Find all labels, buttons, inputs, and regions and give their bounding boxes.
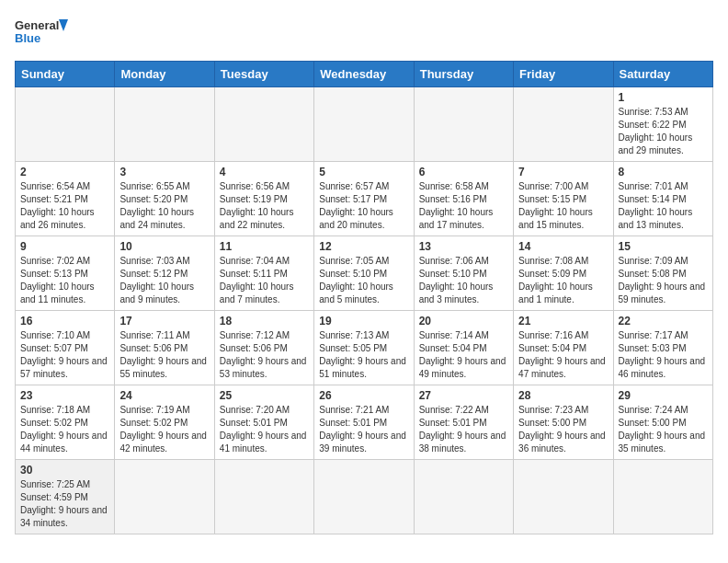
- day-info: Sunrise: 7:53 AM Sunset: 6:22 PM Dayligh…: [619, 106, 708, 157]
- day-number: 19: [319, 315, 408, 327]
- weekday-header-row: SundayMondayTuesdayWednesdayThursdayFrid…: [16, 62, 713, 87]
- day-info: Sunrise: 7:14 AM Sunset: 5:04 PM Dayligh…: [419, 329, 508, 381]
- calendar-cell: 2Sunrise: 6:54 AM Sunset: 5:21 PM Daylig…: [16, 162, 115, 236]
- day-number: 2: [20, 166, 109, 178]
- day-info: Sunrise: 7:10 AM Sunset: 5:07 PM Dayligh…: [20, 329, 109, 381]
- day-number: 5: [319, 166, 408, 178]
- day-info: Sunrise: 7:08 AM Sunset: 5:09 PM Dayligh…: [518, 255, 608, 306]
- day-info: Sunrise: 7:18 AM Sunset: 5:02 PM Dayligh…: [20, 404, 109, 455]
- calendar-cell: [314, 87, 414, 162]
- calendar-cell: 28Sunrise: 7:23 AM Sunset: 5:00 PM Dayli…: [514, 385, 613, 460]
- day-info: Sunrise: 6:54 AM Sunset: 5:21 PM Dayligh…: [20, 180, 109, 232]
- day-info: Sunrise: 7:06 AM Sunset: 5:10 PM Dayligh…: [419, 255, 508, 306]
- calendar-cell: 8Sunrise: 7:01 AM Sunset: 5:14 PM Daylig…: [613, 162, 712, 236]
- calendar-cell: 23Sunrise: 7:18 AM Sunset: 5:02 PM Dayli…: [16, 385, 115, 460]
- calendar-cell: [414, 87, 513, 162]
- calendar-cell: 25Sunrise: 7:20 AM Sunset: 5:01 PM Dayli…: [214, 385, 313, 460]
- day-number: 4: [220, 166, 309, 178]
- calendar-cell: [314, 460, 414, 534]
- day-number: 20: [419, 315, 508, 327]
- calendar-cell: 1Sunrise: 7:53 AM Sunset: 6:22 PM Daylig…: [613, 87, 712, 162]
- day-info: Sunrise: 6:55 AM Sunset: 5:20 PM Dayligh…: [119, 180, 209, 232]
- day-info: Sunrise: 7:24 AM Sunset: 5:00 PM Dayligh…: [619, 404, 708, 455]
- calendar: SundayMondayTuesdayWednesdayThursdayFrid…: [15, 61, 713, 534]
- day-info: Sunrise: 7:01 AM Sunset: 5:14 PM Dayligh…: [619, 180, 708, 232]
- generalblue-logo: General Blue: [15, 15, 70, 52]
- day-info: Sunrise: 7:03 AM Sunset: 5:12 PM Dayligh…: [119, 255, 209, 306]
- day-number: 22: [619, 315, 708, 327]
- calendar-cell: 17Sunrise: 7:11 AM Sunset: 5:06 PM Dayli…: [115, 311, 214, 385]
- calendar-cell: 30Sunrise: 7:25 AM Sunset: 4:59 PM Dayli…: [16, 460, 115, 534]
- day-info: Sunrise: 7:05 AM Sunset: 5:10 PM Dayligh…: [319, 255, 408, 306]
- day-number: 30: [20, 464, 109, 477]
- calendar-cell: [613, 460, 712, 534]
- calendar-cell: [115, 460, 214, 534]
- day-number: 14: [518, 240, 608, 253]
- calendar-cell: 16Sunrise: 7:10 AM Sunset: 5:07 PM Dayli…: [16, 311, 115, 385]
- day-info: Sunrise: 7:23 AM Sunset: 5:00 PM Dayligh…: [518, 404, 608, 455]
- weekday-header-monday: Monday: [115, 62, 214, 87]
- calendar-cell: 7Sunrise: 7:00 AM Sunset: 5:15 PM Daylig…: [514, 162, 613, 236]
- calendar-cell: 24Sunrise: 7:19 AM Sunset: 5:02 PM Dayli…: [115, 385, 214, 460]
- calendar-cell: [414, 460, 513, 534]
- weekday-header-friday: Friday: [514, 62, 613, 87]
- day-number: 23: [20, 389, 109, 402]
- calendar-cell: 11Sunrise: 7:04 AM Sunset: 5:11 PM Dayli…: [214, 236, 313, 311]
- day-number: 25: [220, 389, 309, 402]
- day-number: 15: [619, 240, 708, 253]
- day-info: Sunrise: 6:56 AM Sunset: 5:19 PM Dayligh…: [220, 180, 309, 232]
- calendar-cell: 19Sunrise: 7:13 AM Sunset: 5:05 PM Dayli…: [314, 311, 414, 385]
- day-number: 6: [419, 166, 508, 178]
- day-number: 8: [619, 166, 708, 178]
- calendar-cell: [16, 87, 115, 162]
- day-info: Sunrise: 7:16 AM Sunset: 5:04 PM Dayligh…: [518, 329, 608, 381]
- day-info: Sunrise: 7:19 AM Sunset: 5:02 PM Dayligh…: [119, 404, 209, 455]
- calendar-cell: 9Sunrise: 7:02 AM Sunset: 5:13 PM Daylig…: [16, 236, 115, 311]
- day-number: 11: [220, 240, 309, 253]
- calendar-cell: 5Sunrise: 6:57 AM Sunset: 5:17 PM Daylig…: [314, 162, 414, 236]
- weekday-header-tuesday: Tuesday: [214, 62, 313, 87]
- calendar-cell: [214, 460, 313, 534]
- calendar-cell: 27Sunrise: 7:22 AM Sunset: 5:01 PM Dayli…: [414, 385, 513, 460]
- day-info: Sunrise: 7:04 AM Sunset: 5:11 PM Dayligh…: [220, 255, 309, 306]
- calendar-week-row: 1Sunrise: 7:53 AM Sunset: 6:22 PM Daylig…: [16, 87, 713, 162]
- day-number: 29: [619, 389, 708, 402]
- calendar-cell: 18Sunrise: 7:12 AM Sunset: 5:06 PM Dayli…: [214, 311, 313, 385]
- calendar-cell: [214, 87, 313, 162]
- day-number: 21: [518, 315, 608, 327]
- calendar-cell: 29Sunrise: 7:24 AM Sunset: 5:00 PM Dayli…: [613, 385, 712, 460]
- calendar-cell: 12Sunrise: 7:05 AM Sunset: 5:10 PM Dayli…: [314, 236, 414, 311]
- calendar-cell: 22Sunrise: 7:17 AM Sunset: 5:03 PM Dayli…: [613, 311, 712, 385]
- day-number: 3: [119, 166, 209, 178]
- calendar-cell: 4Sunrise: 6:56 AM Sunset: 5:19 PM Daylig…: [214, 162, 313, 236]
- day-number: 13: [419, 240, 508, 253]
- svg-text:Blue: Blue: [15, 31, 40, 45]
- calendar-cell: [115, 87, 214, 162]
- calendar-cell: 10Sunrise: 7:03 AM Sunset: 5:12 PM Dayli…: [115, 236, 214, 311]
- calendar-week-row: 2Sunrise: 6:54 AM Sunset: 5:21 PM Daylig…: [16, 162, 713, 236]
- calendar-cell: 14Sunrise: 7:08 AM Sunset: 5:09 PM Dayli…: [514, 236, 613, 311]
- day-number: 1: [619, 91, 708, 104]
- day-info: Sunrise: 7:13 AM Sunset: 5:05 PM Dayligh…: [319, 329, 408, 381]
- calendar-cell: 21Sunrise: 7:16 AM Sunset: 5:04 PM Dayli…: [514, 311, 613, 385]
- day-info: Sunrise: 6:57 AM Sunset: 5:17 PM Dayligh…: [319, 180, 408, 232]
- weekday-header-saturday: Saturday: [613, 62, 712, 87]
- day-number: 24: [119, 389, 209, 402]
- weekday-header-wednesday: Wednesday: [314, 62, 414, 87]
- day-number: 26: [319, 389, 408, 402]
- day-number: 9: [20, 240, 109, 253]
- weekday-header-sunday: Sunday: [16, 62, 115, 87]
- day-number: 16: [20, 315, 109, 327]
- day-number: 27: [419, 389, 508, 402]
- day-number: 7: [518, 166, 608, 178]
- day-info: Sunrise: 6:58 AM Sunset: 5:16 PM Dayligh…: [419, 180, 508, 232]
- calendar-week-row: 9Sunrise: 7:02 AM Sunset: 5:13 PM Daylig…: [16, 236, 713, 311]
- day-number: 28: [518, 389, 608, 402]
- day-info: Sunrise: 7:22 AM Sunset: 5:01 PM Dayligh…: [419, 404, 508, 455]
- header: General Blue: [15, 15, 713, 52]
- calendar-week-row: 16Sunrise: 7:10 AM Sunset: 5:07 PM Dayli…: [16, 311, 713, 385]
- calendar-week-row: 23Sunrise: 7:18 AM Sunset: 5:02 PM Dayli…: [16, 385, 713, 460]
- calendar-cell: 6Sunrise: 6:58 AM Sunset: 5:16 PM Daylig…: [414, 162, 513, 236]
- day-info: Sunrise: 7:09 AM Sunset: 5:08 PM Dayligh…: [619, 255, 708, 306]
- calendar-cell: 20Sunrise: 7:14 AM Sunset: 5:04 PM Dayli…: [414, 311, 513, 385]
